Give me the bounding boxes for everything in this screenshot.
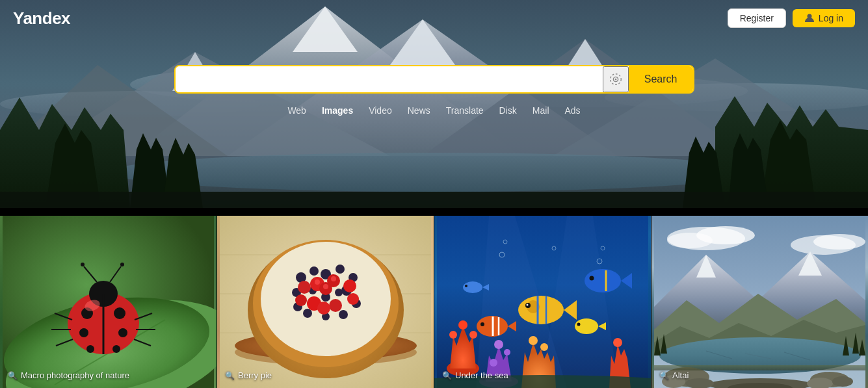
search-input[interactable] bbox=[176, 66, 603, 92]
register-button[interactable]: Register bbox=[728, 8, 786, 28]
camera-search-button[interactable] bbox=[603, 66, 629, 92]
svg-point-121 bbox=[480, 322, 484, 326]
altai-illustration bbox=[651, 216, 868, 388]
svg-point-84 bbox=[317, 302, 330, 315]
caption-berry-pie: 🔍 Berry pie bbox=[225, 370, 272, 380]
logo: Yandex bbox=[13, 8, 70, 29]
svg-point-141 bbox=[813, 234, 865, 250]
login-button[interactable]: Log in bbox=[793, 9, 855, 27]
caption-altai: 🔍 Altai bbox=[659, 370, 689, 380]
tab-video[interactable]: Video bbox=[362, 103, 399, 118]
svg-point-107 bbox=[504, 349, 510, 356]
search-caption-icon: 🔍 bbox=[8, 371, 18, 380]
ladybug-illustration bbox=[0, 216, 217, 388]
search-area: Search Web Images Video News Translate D… bbox=[0, 65, 868, 118]
tab-translate[interactable]: Translate bbox=[440, 103, 490, 118]
search-caption-icon-sea: 🔍 bbox=[442, 371, 452, 380]
svg-point-124 bbox=[575, 318, 598, 334]
search-caption-icon-altai: 🔍 bbox=[659, 371, 669, 380]
svg-point-126 bbox=[577, 323, 581, 326]
berry-pie-illustration bbox=[217, 216, 434, 388]
svg-point-99 bbox=[529, 336, 538, 345]
svg-point-80 bbox=[343, 279, 356, 292]
svg-point-81 bbox=[298, 281, 311, 294]
svg-rect-25 bbox=[0, 192, 868, 208]
svg-point-88 bbox=[315, 279, 320, 285]
svg-point-117 bbox=[590, 276, 594, 281]
svg-rect-160 bbox=[654, 365, 865, 370]
svg-point-139 bbox=[667, 233, 713, 248]
svg-point-87 bbox=[331, 276, 336, 281]
svg-point-46 bbox=[120, 263, 124, 266]
svg-point-67 bbox=[309, 266, 319, 276]
navigation-tabs: Web Images Video News Translate Disk Mai… bbox=[281, 103, 586, 118]
header: Yandex Register Log in bbox=[0, 0, 868, 36]
svg-point-106 bbox=[494, 340, 503, 349]
user-icon bbox=[804, 13, 815, 23]
svg-point-129 bbox=[465, 285, 467, 287]
svg-point-73 bbox=[335, 289, 343, 296]
gallery-item-underwater[interactable]: 🔍 Under the sea bbox=[434, 216, 651, 388]
svg-point-105 bbox=[490, 359, 497, 367]
svg-point-100 bbox=[540, 343, 548, 351]
svg-point-83 bbox=[329, 299, 342, 312]
svg-point-158 bbox=[832, 376, 853, 387]
svg-point-89 bbox=[323, 284, 328, 289]
svg-point-85 bbox=[295, 294, 307, 306]
svg-point-112 bbox=[527, 304, 529, 306]
search-button[interactable]: Search bbox=[629, 66, 693, 92]
svg-point-127 bbox=[463, 281, 482, 293]
svg-point-95 bbox=[449, 331, 457, 339]
image-gallery: 🔍 Macro photography of nature bbox=[0, 216, 868, 388]
tab-mail[interactable]: Mail bbox=[526, 103, 556, 118]
svg-point-63 bbox=[335, 265, 345, 274]
svg-point-28 bbox=[614, 79, 616, 81]
svg-point-96 bbox=[458, 320, 467, 330]
gallery-item-altai[interactable]: 🔍 Altai bbox=[651, 216, 868, 388]
svg-point-41 bbox=[112, 345, 120, 353]
svg-point-115 bbox=[585, 269, 621, 292]
caption-underwater: 🔍 Under the sea bbox=[442, 370, 508, 380]
svg-point-108 bbox=[518, 296, 564, 324]
underwater-illustration bbox=[434, 216, 651, 388]
gallery-item-ladybug[interactable]: 🔍 Macro photography of nature bbox=[0, 216, 217, 388]
camera-icon bbox=[609, 72, 623, 86]
svg-point-75 bbox=[339, 310, 348, 319]
tab-ads[interactable]: Ads bbox=[559, 103, 587, 118]
gallery-item-berry-pie[interactable]: 🔍 Berry pie bbox=[217, 216, 434, 388]
tab-web[interactable]: Web bbox=[281, 103, 313, 118]
search-bar: Search bbox=[174, 65, 694, 94]
svg-point-37 bbox=[114, 307, 125, 319]
svg-point-38 bbox=[79, 328, 88, 337]
caption-ladybug: 🔍 Macro photography of nature bbox=[8, 370, 129, 380]
tab-disk[interactable]: Disk bbox=[493, 103, 523, 118]
svg-point-102 bbox=[613, 338, 622, 347]
header-actions: Register Log in bbox=[728, 8, 855, 28]
svg-point-86 bbox=[347, 293, 359, 305]
tab-news[interactable]: News bbox=[401, 103, 437, 118]
svg-point-97 bbox=[469, 331, 477, 339]
svg-point-39 bbox=[118, 328, 127, 337]
search-caption-icon-pie: 🔍 bbox=[225, 371, 235, 380]
svg-point-40 bbox=[86, 345, 94, 353]
svg-point-44 bbox=[81, 263, 85, 266]
svg-point-16 bbox=[109, 153, 759, 192]
tab-images[interactable]: Images bbox=[315, 103, 360, 118]
svg-point-74 bbox=[303, 309, 312, 318]
